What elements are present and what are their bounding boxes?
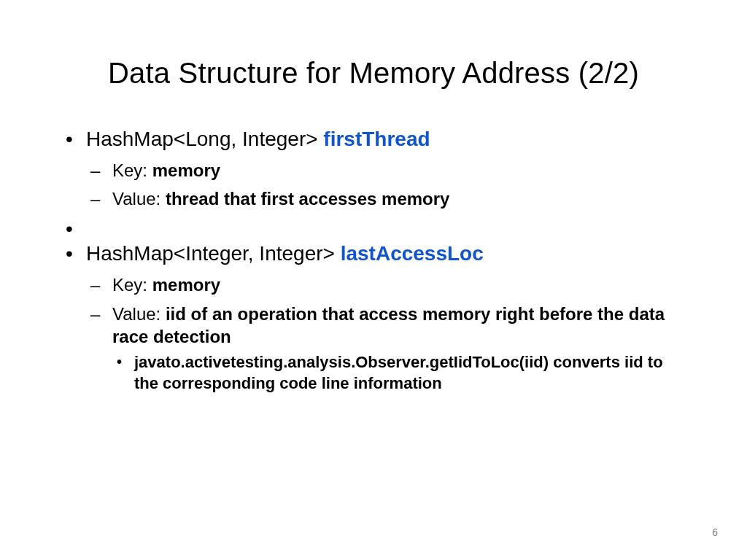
type-label: HashMap<Integer, Integer> (86, 242, 341, 265)
list-item: Value: iid of an operation that access m… (86, 303, 687, 394)
list-item: HashMap<Integer, Integer> lastAccessLoc … (60, 241, 687, 394)
page-number: 6 (712, 526, 718, 538)
bullet-list: HashMap<Long, Integer> firstThread Key: … (60, 126, 687, 394)
value-label: Value: (112, 304, 166, 324)
slide: Data Structure for Memory Address (2/2) … (0, 0, 747, 394)
value-value: iid of an operation that access memory r… (112, 304, 665, 346)
list-item: Value: thread that first accesses memory (86, 187, 687, 210)
variable-name: lastAccessLoc (341, 242, 484, 265)
sub-list: Key: memory Value: thread that first acc… (86, 159, 687, 210)
list-item: javato.activetesting.analysis.Observer.g… (112, 352, 687, 394)
list-item: Key: memory (86, 273, 687, 296)
value-label: Value: (112, 189, 166, 209)
key-label: Key: (112, 160, 152, 180)
sub-list: Key: memory Value: iid of an operation t… (86, 273, 687, 394)
list-item: HashMap<Long, Integer> firstThread Key: … (60, 126, 687, 210)
type-label: HashMap<Long, Integer> (86, 128, 323, 150)
list-item: Key: memory (86, 159, 687, 182)
key-value: memory (152, 160, 220, 180)
spacer (60, 216, 687, 238)
key-value: memory (152, 275, 220, 295)
slide-title: Data Structure for Memory Address (2/2) (60, 57, 687, 90)
variable-name: firstThread (323, 128, 430, 150)
sub-sub-list: javato.activetesting.analysis.Observer.g… (112, 352, 687, 394)
value-value: thread that first accesses memory (166, 189, 450, 209)
key-label: Key: (112, 275, 152, 295)
